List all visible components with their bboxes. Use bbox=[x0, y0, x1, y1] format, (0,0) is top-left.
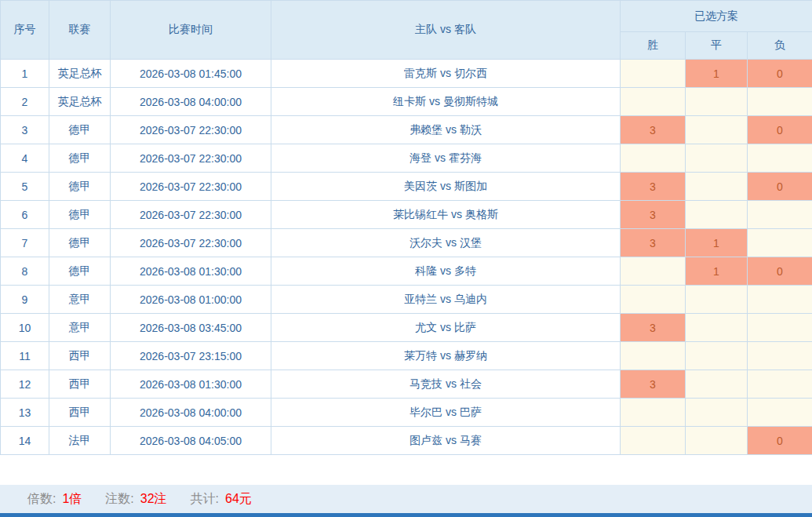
draw-option-cell[interactable] bbox=[686, 286, 748, 314]
row-teams-cell: 海登 vs 霍芬海 bbox=[271, 144, 621, 173]
row-teams-cell: 莱万特 vs 赫罗纳 bbox=[271, 342, 621, 370]
row-league-cell: 西甲 bbox=[49, 399, 111, 427]
win-option-cell[interactable]: 3 bbox=[621, 201, 686, 229]
row-teams-cell: 雷克斯 vs 切尔西 bbox=[271, 60, 621, 88]
lose-option-cell[interactable] bbox=[748, 399, 812, 427]
win-option-cell[interactable] bbox=[621, 427, 686, 455]
row-league-cell: 英足总杯 bbox=[49, 60, 111, 88]
row-teams-cell: 沃尔夫 vs 汉堡 bbox=[271, 229, 621, 257]
lose-option-cell[interactable] bbox=[748, 370, 812, 399]
table-row: 10意甲2026-03-08 03:45:00尤文 vs 比萨3 bbox=[1, 314, 812, 342]
win-option-cell[interactable] bbox=[621, 286, 686, 314]
win-option-cell[interactable] bbox=[621, 60, 686, 88]
row-no-cell: 11 bbox=[1, 342, 49, 370]
footer-gap bbox=[0, 455, 812, 485]
draw-option-cell[interactable] bbox=[686, 201, 748, 229]
lose-option-cell[interactable]: 0 bbox=[748, 60, 812, 88]
win-option-cell[interactable]: 3 bbox=[621, 229, 686, 257]
row-teams-cell: 科隆 vs 多特 bbox=[271, 257, 621, 286]
win-option-cell[interactable]: 3 bbox=[621, 370, 686, 399]
row-teams-cell: 马竞技 vs 社会 bbox=[271, 370, 621, 399]
row-no-cell: 6 bbox=[1, 201, 49, 229]
table-row: 12西甲2026-03-08 01:30:00马竞技 vs 社会3 bbox=[1, 370, 812, 399]
header-time: 比赛时间 bbox=[111, 1, 271, 60]
row-no-cell: 9 bbox=[1, 286, 49, 314]
lose-option-cell[interactable]: 0 bbox=[748, 173, 812, 201]
row-no-cell: 14 bbox=[1, 427, 49, 455]
table-row: 5德甲2026-03-07 22:30:00美因茨 vs 斯图加30 bbox=[1, 173, 812, 201]
table-row: 3德甲2026-03-07 22:30:00弗赖堡 vs 勒沃30 bbox=[1, 116, 812, 144]
header-lose: 负 bbox=[748, 32, 812, 60]
draw-option-cell[interactable]: 1 bbox=[686, 60, 748, 88]
win-option-cell[interactable] bbox=[621, 88, 686, 116]
table-row: 13西甲2026-03-08 04:00:00毕尔巴 vs 巴萨 bbox=[1, 399, 812, 427]
total-group: 共计: 64元 bbox=[191, 491, 252, 508]
draw-option-cell[interactable] bbox=[686, 144, 748, 173]
table-row: 6德甲2026-03-07 22:30:00莱比锡红牛 vs 奥格斯3 bbox=[1, 201, 812, 229]
lose-option-cell[interactable]: 0 bbox=[748, 116, 812, 144]
header-no: 序号 bbox=[1, 1, 49, 60]
row-league-cell: 法甲 bbox=[49, 427, 111, 455]
row-time-cell: 2026-03-08 04:00:00 bbox=[111, 88, 271, 116]
table-row: 8德甲2026-03-08 01:30:00科隆 vs 多特10 bbox=[1, 257, 812, 286]
row-no-cell: 5 bbox=[1, 173, 49, 201]
draw-option-cell[interactable] bbox=[686, 342, 748, 370]
bet-selection-table: 序号 联赛 比赛时间 主队 vs 客队 已选方案 胜 平 负 1英足总杯2026… bbox=[0, 0, 812, 455]
win-option-cell[interactable] bbox=[621, 257, 686, 286]
draw-option-cell[interactable]: 1 bbox=[686, 229, 748, 257]
bottom-bar bbox=[0, 513, 812, 517]
draw-option-cell[interactable] bbox=[686, 399, 748, 427]
lose-option-cell[interactable] bbox=[748, 144, 812, 173]
row-league-cell: 意甲 bbox=[49, 314, 111, 342]
row-time-cell: 2026-03-08 01:30:00 bbox=[111, 370, 271, 399]
row-teams-cell: 毕尔巴 vs 巴萨 bbox=[271, 399, 621, 427]
draw-option-cell[interactable]: 1 bbox=[686, 257, 748, 286]
win-option-cell[interactable]: 3 bbox=[621, 173, 686, 201]
row-no-cell: 1 bbox=[1, 60, 49, 88]
table-row: 1英足总杯2026-03-08 01:45:00雷克斯 vs 切尔西10 bbox=[1, 60, 812, 88]
row-time-cell: 2026-03-07 23:15:00 bbox=[111, 342, 271, 370]
row-no-cell: 12 bbox=[1, 370, 49, 399]
row-teams-cell: 美因茨 vs 斯图加 bbox=[271, 173, 621, 201]
bets-value: 32注 bbox=[140, 491, 167, 508]
table-row: 2英足总杯2026-03-08 04:00:00纽卡斯 vs 曼彻斯特城 bbox=[1, 88, 812, 116]
lose-option-cell[interactable] bbox=[748, 229, 812, 257]
row-league-cell: 德甲 bbox=[49, 116, 111, 144]
row-league-cell: 英足总杯 bbox=[49, 88, 111, 116]
row-no-cell: 3 bbox=[1, 116, 49, 144]
row-teams-cell: 纽卡斯 vs 曼彻斯特城 bbox=[271, 88, 621, 116]
table-row: 11西甲2026-03-07 23:15:00莱万特 vs 赫罗纳 bbox=[1, 342, 812, 370]
lose-option-cell[interactable]: 0 bbox=[748, 427, 812, 455]
draw-option-cell[interactable] bbox=[686, 314, 748, 342]
row-no-cell: 7 bbox=[1, 229, 49, 257]
lose-option-cell[interactable] bbox=[748, 342, 812, 370]
win-option-cell[interactable] bbox=[621, 399, 686, 427]
win-option-cell[interactable] bbox=[621, 342, 686, 370]
table-row: 7德甲2026-03-07 22:30:00沃尔夫 vs 汉堡31 bbox=[1, 229, 812, 257]
win-option-cell[interactable]: 3 bbox=[621, 314, 686, 342]
row-teams-cell: 图卢兹 vs 马赛 bbox=[271, 427, 621, 455]
lose-option-cell[interactable] bbox=[748, 314, 812, 342]
table-row: 4德甲2026-03-07 22:30:00海登 vs 霍芬海 bbox=[1, 144, 812, 173]
row-time-cell: 2026-03-08 03:45:00 bbox=[111, 314, 271, 342]
header-win: 胜 bbox=[621, 32, 686, 60]
win-option-cell[interactable] bbox=[621, 144, 686, 173]
draw-option-cell[interactable] bbox=[686, 116, 748, 144]
lose-option-cell[interactable] bbox=[748, 201, 812, 229]
draw-option-cell[interactable] bbox=[686, 88, 748, 116]
row-teams-cell: 尤文 vs 比萨 bbox=[271, 314, 621, 342]
row-time-cell: 2026-03-07 22:30:00 bbox=[111, 173, 271, 201]
draw-option-cell[interactable] bbox=[686, 370, 748, 399]
lose-option-cell[interactable]: 0 bbox=[748, 257, 812, 286]
match-table-body: 1英足总杯2026-03-08 01:45:00雷克斯 vs 切尔西102英足总… bbox=[1, 60, 812, 455]
draw-option-cell[interactable] bbox=[686, 427, 748, 455]
draw-option-cell[interactable] bbox=[686, 173, 748, 201]
row-teams-cell: 弗赖堡 vs 勒沃 bbox=[271, 116, 621, 144]
row-time-cell: 2026-03-07 22:30:00 bbox=[111, 144, 271, 173]
lose-option-cell[interactable] bbox=[748, 286, 812, 314]
row-time-cell: 2026-03-08 01:45:00 bbox=[111, 60, 271, 88]
bets-label: 注数: bbox=[105, 491, 133, 508]
lose-option-cell[interactable] bbox=[748, 88, 812, 116]
win-option-cell[interactable]: 3 bbox=[621, 116, 686, 144]
bets-group: 注数: 32注 bbox=[105, 491, 166, 508]
